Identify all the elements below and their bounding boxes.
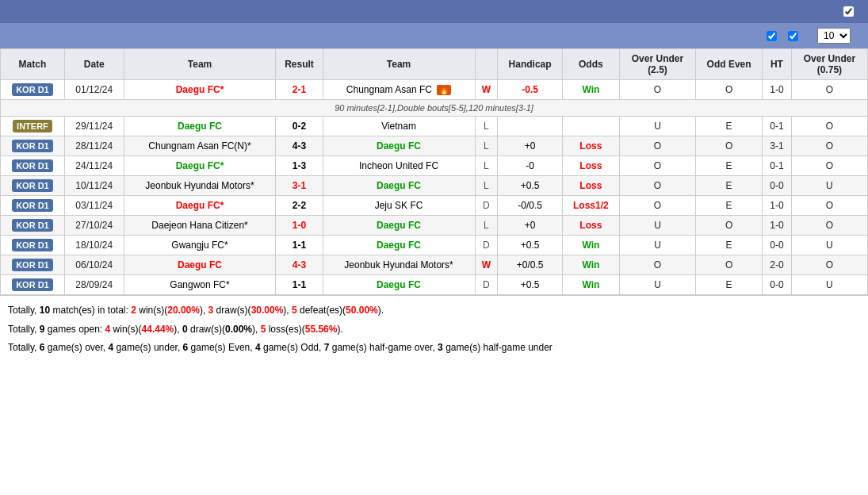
match-result: 0-2 <box>276 117 323 136</box>
ht-score: 0-1 <box>763 117 792 136</box>
odds-result: Loss1/2 <box>562 196 619 216</box>
wdl-indicator: D <box>475 236 498 255</box>
col-match: Match <box>1 49 65 80</box>
team1-name: Jeonbuk Hyundai Motors* <box>124 176 276 196</box>
match-date: 27/10/24 <box>64 216 124 236</box>
match-badge: INTERF <box>1 117 65 136</box>
odds-result: Win <box>562 255 619 275</box>
header <box>0 0 868 23</box>
team1-name: Chungnam Asan FC(N)* <box>124 136 276 156</box>
over-under-25: O <box>619 255 695 275</box>
table-row: KOR D110/11/24Jeonbuk Hyundai Motors*3-1… <box>1 176 868 196</box>
ht-score: 0-0 <box>763 176 792 196</box>
summary-section: Totally, 10 match(es) in total: 2 win(s)… <box>0 295 868 365</box>
team2-name: Jeonbuk Hyundai Motors* <box>323 255 475 275</box>
over-under-25: O <box>619 80 695 100</box>
table-row: INTERF29/11/24Daegu FC0-2VietnamLUE0-1O <box>1 117 868 136</box>
team1-name: Gangwon FC* <box>124 275 276 295</box>
over-under-075: O <box>791 117 867 136</box>
team1-name: Daegu FC* <box>124 156 276 176</box>
team1-name: Daejeon Hana Citizen* <box>124 216 276 236</box>
match-result: 3-1 <box>276 176 323 196</box>
team2-name: Daegu FC <box>323 275 475 295</box>
team2-name: Chungnam Asan FC 🔥 <box>323 80 475 100</box>
team1-name: Daegu FC <box>124 255 276 275</box>
match-result: 1-0 <box>276 216 323 236</box>
ht-score: 1-0 <box>763 196 792 216</box>
match-badge: KOR D1 <box>1 156 65 176</box>
col-odd-even: Odd Even <box>696 49 763 80</box>
scores-table: Match Date Team Result Team Handicap Odd… <box>0 48 868 295</box>
table-row: KOR D118/10/24Gwangju FC*1-1Daegu FCD+0.… <box>1 236 868 255</box>
over-under-075: U <box>791 176 867 196</box>
match-date: 10/11/24 <box>64 176 124 196</box>
table-row: KOR D101/12/24Daegu FC*2-1Chungnam Asan … <box>1 80 868 100</box>
match-result: 1-1 <box>276 275 323 295</box>
summary-line-2: Totally, 9 games open: 4 win(s)(44.44%),… <box>8 321 860 339</box>
over-under-25: U <box>619 275 695 295</box>
team1-name: Daegu FC <box>124 117 276 136</box>
col-ht: HT <box>763 49 792 80</box>
wdl-indicator: D <box>475 196 498 216</box>
wdl-indicator: L <box>475 176 498 196</box>
wdl-indicator: L <box>475 136 498 156</box>
handicap-value <box>498 117 562 136</box>
ht-score: 2-0 <box>763 255 792 275</box>
table-row: KOR D128/09/24Gangwon FC*1-1Daegu FCD+0.… <box>1 275 868 295</box>
team1-name: Daegu FC* <box>124 80 276 100</box>
handicap-value: +0 <box>498 136 562 156</box>
wdl-indicator: W <box>475 80 498 100</box>
kord1-filter[interactable] <box>788 31 801 41</box>
team2-name: Incheon United FC <box>323 156 475 176</box>
match-result: 2-2 <box>276 196 323 216</box>
note-text: 90 minutes[2-1],Double bouts[5-5],120 mi… <box>1 100 868 117</box>
handicap-value: +0.5 <box>498 236 562 255</box>
odds-result: Loss <box>562 216 619 236</box>
match-badge: KOR D1 <box>1 196 65 216</box>
match-badge: KOR D1 <box>1 136 65 156</box>
ht-score: 0-1 <box>763 156 792 176</box>
note-row: 90 minutes[2-1],Double bouts[5-5],120 mi… <box>1 100 868 117</box>
handicap-value: -0 <box>498 156 562 176</box>
odds-result: Loss <box>562 156 619 176</box>
table-row: KOR D127/10/24Daejeon Hana Citizen*1-0Da… <box>1 216 868 236</box>
over-under-075: U <box>791 275 867 295</box>
ht-score: 1-0 <box>763 80 792 100</box>
table-row: KOR D103/11/24Daegu FC*2-2Jeju SK FCD-0/… <box>1 196 868 216</box>
over-under-075: O <box>791 216 867 236</box>
over-under-25: U <box>619 117 695 136</box>
over-under-25: O <box>619 156 695 176</box>
over-under-075: O <box>791 136 867 156</box>
ht-score: 3-1 <box>763 136 792 156</box>
match-date: 18/10/24 <box>64 236 124 255</box>
table-row: KOR D106/10/24Daegu FC4-3Jeonbuk Hyundai… <box>1 255 868 275</box>
odd-even: O <box>696 255 763 275</box>
handicap-value: -0.5 <box>498 80 562 100</box>
fire-icon: 🔥 <box>437 85 451 95</box>
odds-result: Loss <box>562 176 619 196</box>
handicap-value: +0 <box>498 216 562 236</box>
match-date: 01/12/24 <box>64 80 124 100</box>
match-result: 1-1 <box>276 236 323 255</box>
games-select[interactable]: 10 5 15 20 25 All <box>817 28 851 44</box>
handicap-value: +0.5 <box>498 176 562 196</box>
odd-even: O <box>696 80 763 100</box>
odd-even: E <box>696 117 763 136</box>
table-row: KOR D128/11/24Chungnam Asan FC(N)*4-3Dae… <box>1 136 868 156</box>
match-result: 2-1 <box>276 80 323 100</box>
match-badge: KOR D1 <box>1 80 65 100</box>
col-team1: Team <box>124 49 276 80</box>
over-under-075: O <box>791 255 867 275</box>
odds-result: Win <box>562 275 619 295</box>
over-under-25: U <box>619 216 695 236</box>
match-date: 06/10/24 <box>64 255 124 275</box>
match-badge: KOR D1 <box>1 236 65 255</box>
match-result: 4-3 <box>276 255 323 275</box>
team1-name: Daegu FC* <box>124 196 276 216</box>
match-date: 28/11/24 <box>64 136 124 156</box>
over-under-25: U <box>619 236 695 255</box>
team2-name: Vietnam <box>323 117 475 136</box>
interf-filter[interactable] <box>767 31 780 41</box>
display-notes-checkbox[interactable] <box>843 6 854 17</box>
col-wdl <box>475 49 498 80</box>
